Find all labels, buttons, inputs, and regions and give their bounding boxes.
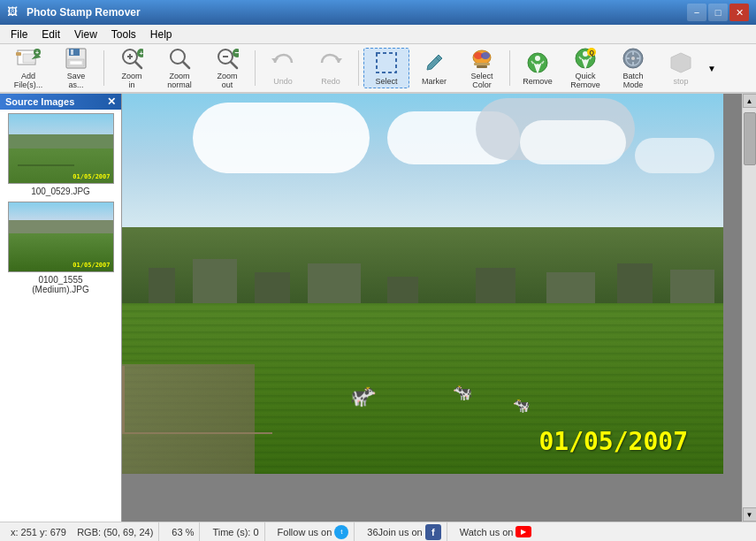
source-label-2: 0100_1555 (Medium).JPG	[32, 275, 88, 294]
svg-text:+: +	[140, 50, 144, 57]
status-zoom: 63 %	[166, 522, 200, 541]
redo-label: Redo	[321, 77, 340, 86]
source-panel-header: Source Images ✕	[0, 94, 121, 110]
svg-marker-44	[671, 53, 691, 72]
quick-remove-label: Quick Remove	[570, 72, 600, 89]
svg-text:Q: Q	[590, 50, 595, 57]
join-label: 36Join us on	[367, 527, 422, 537]
source-thumb-1: 01/05/2007	[8, 113, 114, 184]
svg-text:−: −	[235, 48, 240, 57]
zoom-out-button[interactable]: − Zoom out	[204, 48, 250, 88]
undo-button[interactable]: Undo	[260, 48, 306, 88]
marker-button[interactable]: Marker	[411, 48, 457, 88]
cow-2: 🐄	[453, 383, 472, 402]
stop-button[interactable]: stop	[658, 48, 704, 88]
cloud4	[520, 120, 626, 164]
select-color-button[interactable]: Select Color	[459, 48, 505, 88]
scroll-up-button[interactable]: ▲	[743, 94, 757, 108]
twitter-icon[interactable]: t	[334, 525, 348, 539]
separator-3	[358, 50, 359, 86]
remove-label: Remove	[523, 77, 553, 86]
svg-marker-23	[271, 58, 279, 63]
svg-rect-30	[477, 65, 487, 68]
separator-2	[255, 50, 256, 86]
zoom-in-button[interactable]: + Zoom in	[109, 48, 155, 88]
select-label: Select	[375, 77, 397, 86]
vertical-scrollbar[interactable]: ▲ ▼	[742, 94, 756, 522]
close-button[interactable]: ✕	[729, 4, 749, 21]
sky-area	[122, 94, 723, 227]
stop-icon	[668, 50, 693, 75]
redo-icon	[318, 50, 343, 75]
menu-view[interactable]: View	[67, 27, 104, 42]
separator-4	[509, 50, 510, 86]
svg-line-20	[231, 62, 237, 68]
source-label-1: 100_0529.JPG	[31, 187, 90, 196]
redo-button[interactable]: Redo	[308, 48, 354, 88]
twitter-bird: t	[340, 528, 342, 536]
source-item-2[interactable]: 01/05/2007 0100_1555 (Medium).JPG	[4, 202, 118, 294]
add-files-button[interactable]: + Add File(s)...	[5, 48, 51, 88]
canvas-area[interactable]: 🐄 🐄 🐄 01/05/2007	[122, 94, 742, 522]
title-bar: 🖼 Photo Stamp Remover − □ ✕	[0, 0, 756, 25]
undo-label: Undo	[273, 77, 293, 86]
batch-mode-button[interactable]: Batch Mode	[610, 48, 656, 88]
batch-mode-icon	[621, 47, 645, 70]
scroll-down-button[interactable]: ▼	[743, 507, 757, 522]
app-icon: 🖼	[7, 5, 21, 19]
main-area: Source Images ✕ 01/05/2007 100_0529.JPG	[0, 94, 756, 522]
menu-help[interactable]: Help	[143, 27, 179, 42]
remove-button[interactable]: Remove	[515, 48, 561, 88]
zoom-out-label: Zoom out	[217, 72, 237, 89]
panel-close-button[interactable]: ✕	[107, 96, 116, 107]
svg-line-13	[135, 62, 141, 68]
svg-rect-7	[71, 50, 73, 55]
zoom-normal-button[interactable]: Zoom normal	[157, 48, 202, 88]
batch-mode-label: Batch Mode	[622, 72, 643, 89]
status-time: Time (s): 0	[207, 522, 264, 541]
source-panel-title: Source Images	[5, 96, 74, 107]
zoom-normal-icon	[167, 47, 192, 70]
maximize-button[interactable]: □	[708, 4, 728, 21]
time-text: Time (s): 0	[212, 527, 258, 537]
svg-rect-6	[69, 49, 80, 56]
menu-edit[interactable]: Edit	[34, 27, 67, 42]
zoom-text: 63 %	[172, 527, 194, 537]
svg-point-32	[535, 56, 540, 61]
save-as-button[interactable]: Save as...	[53, 48, 99, 88]
cow-1: 🐄	[350, 384, 377, 408]
menu-tools[interactable]: Tools	[104, 27, 143, 42]
coords-text: x: 251 y: 679	[11, 527, 66, 537]
yt-play-icon: ▶	[521, 528, 526, 536]
remove-icon	[525, 50, 550, 75]
zoom-in-icon: +	[119, 47, 144, 70]
middle-area	[122, 227, 723, 303]
save-as-label: Save as...	[67, 72, 86, 89]
source-list: 01/05/2007 100_0529.JPG 01/05/2007 0100_…	[0, 110, 121, 522]
separator-1	[103, 50, 104, 86]
main-image: 🐄 🐄 🐄 01/05/2007	[122, 94, 723, 474]
fence	[122, 366, 272, 434]
zoom-in-label: Zoom in	[121, 72, 141, 89]
svg-text:+: +	[35, 50, 39, 56]
menu-file[interactable]: File	[4, 27, 34, 42]
youtube-icon[interactable]: ▶	[515, 526, 531, 537]
toolbar-overflow[interactable]: ▼	[707, 64, 716, 73]
save-as-icon	[64, 47, 88, 70]
quick-remove-button[interactable]: Q Quick Remove	[562, 48, 608, 88]
rgb-text: RGB: (50, 69, 24)	[77, 527, 153, 537]
scroll-thumb-v[interactable]	[744, 112, 756, 165]
source-panel: Source Images ✕ 01/05/2007 100_0529.JPG	[0, 94, 122, 522]
facebook-icon[interactable]: f	[425, 524, 441, 540]
svg-rect-1	[16, 52, 21, 56]
menu-bar: File Edit View Tools Help	[0, 25, 756, 44]
marker-icon	[422, 50, 447, 75]
minimize-button[interactable]: −	[687, 4, 706, 21]
zoom-out-icon: −	[215, 47, 240, 70]
source-item-1[interactable]: 01/05/2007 100_0529.JPG	[4, 113, 118, 196]
marker-label: Marker	[422, 77, 447, 86]
scroll-track-v[interactable]	[743, 108, 756, 507]
select-button[interactable]: Select	[363, 48, 409, 88]
select-icon	[374, 50, 399, 75]
status-watch: Watch us on ▶	[454, 522, 538, 541]
